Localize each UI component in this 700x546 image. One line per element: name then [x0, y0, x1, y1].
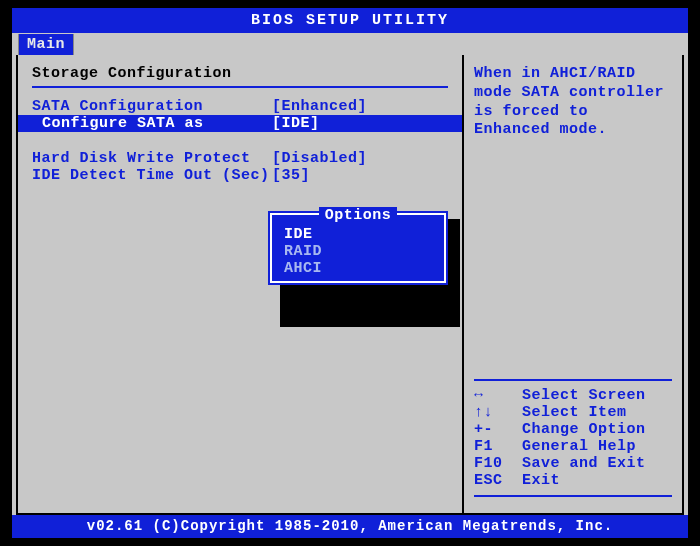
nav-desc: Select Item	[522, 404, 672, 421]
nav-key: +-	[474, 421, 522, 438]
popup-option-ahci[interactable]: AHCI	[272, 260, 444, 277]
nav-key: ESC	[474, 472, 522, 489]
popup-title: Options	[272, 207, 444, 224]
options-popup: Options IDE RAID AHCI	[268, 211, 448, 285]
setting-hd-write-protect[interactable]: Hard Disk Write Protect [Disabled]	[32, 150, 448, 167]
nav-exit: ESC Exit	[474, 472, 672, 489]
popup-option-raid[interactable]: RAID	[272, 243, 444, 260]
setting-ide-detect-timeout[interactable]: IDE Detect Time Out (Sec) [35]	[32, 167, 448, 184]
help-pane: When in AHCI/RAID mode SATA controller i…	[464, 55, 682, 513]
nav-desc: Exit	[522, 472, 672, 489]
footer: v02.61 (C)Copyright 1985-2010, American …	[12, 515, 688, 538]
section-divider	[32, 86, 448, 88]
nav-change-option: +- Change Option	[474, 421, 672, 438]
section-title: Storage Configuration	[32, 65, 448, 82]
nav-save-exit: F10 Save and Exit	[474, 455, 672, 472]
setting-label: Configure SATA as	[32, 115, 272, 132]
nav-desc: Save and Exit	[522, 455, 672, 472]
help-divider	[474, 379, 672, 381]
nav-key: F10	[474, 455, 522, 472]
title-bar: BIOS SETUP UTILITY	[12, 8, 688, 33]
setting-value: [Enhanced]	[272, 98, 367, 115]
setting-configure-sata-as[interactable]: Configure SATA as [IDE]	[18, 115, 462, 132]
settings-pane: Storage Configuration SATA Configuration…	[18, 55, 464, 513]
nav-select-screen: ↔ Select Screen	[474, 387, 672, 404]
help-divider-bottom	[474, 495, 672, 497]
nav-desc: Select Screen	[522, 387, 672, 404]
setting-label: SATA Configuration	[32, 98, 272, 115]
body: Storage Configuration SATA Configuration…	[16, 55, 684, 515]
nav-key: F1	[474, 438, 522, 455]
nav-key: ↔	[474, 387, 522, 404]
tab-main[interactable]: Main	[18, 34, 74, 55]
bios-screen: BIOS SETUP UTILITY Main Storage Configur…	[12, 8, 688, 538]
setting-value: [Disabled]	[272, 150, 367, 167]
nav-select-item: ↑↓ Select Item	[474, 404, 672, 421]
setting-value: [35]	[272, 167, 310, 184]
setting-label: IDE Detect Time Out (Sec)	[32, 167, 272, 184]
setting-value: [IDE]	[272, 115, 320, 132]
tab-bar: Main	[12, 33, 688, 55]
nav-general-help: F1 General Help	[474, 438, 672, 455]
help-text: When in AHCI/RAID mode SATA controller i…	[474, 65, 672, 140]
spacer	[32, 132, 448, 150]
nav-desc: Change Option	[522, 421, 672, 438]
nav-key: ↑↓	[474, 404, 522, 421]
setting-label: Hard Disk Write Protect	[32, 150, 272, 167]
tab-main-label: Main	[27, 36, 65, 53]
popup-option-ide[interactable]: IDE	[272, 226, 444, 243]
setting-sata-configuration[interactable]: SATA Configuration [Enhanced]	[32, 98, 448, 115]
nav-hints: ↔ Select Screen ↑↓ Select Item +- Change…	[474, 387, 672, 489]
nav-desc: General Help	[522, 438, 672, 455]
footer-text: v02.61 (C)Copyright 1985-2010, American …	[87, 518, 613, 534]
app-title: BIOS SETUP UTILITY	[251, 12, 449, 29]
